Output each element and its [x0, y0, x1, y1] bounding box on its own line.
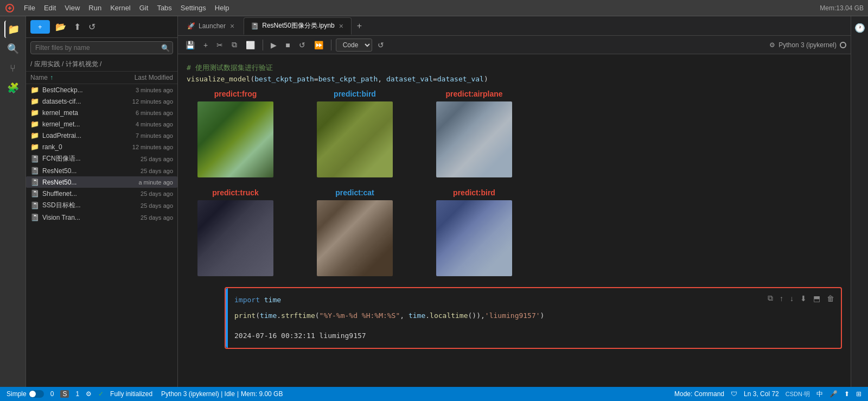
download-btn[interactable]: ⬇ [798, 292, 809, 304]
search-input[interactable] [30, 41, 173, 54]
file-name: Shufflenet... [42, 190, 113, 198]
folder-icon-btn[interactable]: 📂 [53, 20, 68, 34]
notebook-toolbar: 💾 + ✂ ⧉ ⬜ ▶ ■ ↺ ⏩ Code ↺ ⚙ Python 3 (ipy… [178, 36, 851, 54]
insert-btn[interactable]: ⬒ [811, 292, 822, 304]
fn-name: visualize_model [187, 75, 250, 83]
menu-help[interactable]: Help [210, 2, 234, 14]
list-item[interactable]: 📁 kernel_meta 6 minutes ago [26, 107, 177, 118]
logo [4, 3, 15, 14]
right-clock-icon[interactable]: 🕐 [852, 21, 867, 35]
new-button[interactable]: + + [30, 20, 50, 34]
tab-launcher[interactable]: 🚀 Launcher × [180, 17, 242, 35]
cut-button[interactable]: ✂ [213, 39, 226, 52]
stop-button[interactable]: ■ [282, 39, 293, 52]
file-icon: 📓 [30, 178, 39, 186]
list-item[interactable]: 📓 Vision Tran... 25 days ago [26, 212, 177, 223]
tab-notebook-close[interactable]: × [338, 22, 344, 30]
file-modified: 7 minutes ago [113, 132, 173, 139]
activity-extensions[interactable]: 🧩 [4, 79, 22, 97]
mic-icon[interactable]: 🎤 [829, 390, 838, 398]
status-bar: Simple 0 S 1 ⚙ ✓ Fully initialized Pytho… [0, 387, 868, 401]
lang-label: 中 [816, 390, 823, 399]
list-item[interactable]: 📁 LoadPretrai... 7 minutes ago [26, 130, 177, 141]
python-kernel-label: Python 3 (ipykernel) | Idle [161, 390, 235, 398]
tab-launcher-close[interactable]: × [229, 22, 235, 30]
run-button[interactable]: ▶ [267, 39, 280, 52]
watermark-text: CSDN·明 [786, 390, 810, 398]
one-badge: 1 [75, 390, 79, 398]
file-name: SSD目标检... [42, 201, 113, 210]
status-separator: | [237, 390, 239, 398]
file-name: FCN图像语... [42, 154, 113, 163]
check-icon: ✓ [98, 390, 104, 398]
menu-file[interactable]: File [20, 2, 40, 14]
add-cell-button[interactable]: + [200, 39, 211, 52]
kernel-circle [840, 42, 846, 48]
settings-icon[interactable]: ⚙ [86, 390, 92, 398]
kernel-info: ⚙ Python 3 (ipykernel) [769, 41, 846, 49]
list-item[interactable]: 📓 ResNet50... a minute ago [26, 176, 177, 188]
list-item[interactable]: 📓 ResNet50... 25 days ago [26, 165, 177, 176]
save-button[interactable]: 💾 [182, 39, 198, 52]
grid-icon[interactable]: ⊞ [856, 390, 861, 398]
menu-edit[interactable]: Edit [40, 2, 60, 14]
cell-container[interactable]: import time print(time.strftime("%Y-%m-%… [225, 287, 842, 349]
menu-kernel[interactable]: Kernel [106, 2, 135, 14]
file-name: Vision Tran... [42, 214, 113, 221]
list-item[interactable]: 📁 datasets-cif... 12 minutes ago [26, 96, 177, 107]
restart-run-button[interactable]: ⏩ [311, 39, 327, 52]
menu-tabs[interactable]: Tabs [152, 2, 176, 14]
separator-1 [263, 40, 263, 50]
file-name: BestCheckp... [42, 86, 113, 94]
file-modified: 25 days ago [113, 202, 173, 209]
list-item[interactable]: 📓 FCN图像语... 25 days ago [26, 152, 177, 165]
menu-settings[interactable]: Settings [176, 2, 210, 14]
activity-git[interactable]: ⑂ [4, 60, 22, 77]
list-item[interactable]: 📓 Shufflenet... 25 days ago [26, 188, 177, 199]
upload-status-icon: ⬆ [844, 390, 850, 398]
code-line: visualize_model(best_ckpt_path=best_ckpt… [187, 75, 842, 83]
tab-add-button[interactable]: + [353, 19, 366, 33]
simple-toggle[interactable] [29, 390, 44, 398]
refresh-icon-btn[interactable]: ↺ [86, 20, 98, 34]
upload-icon-btn[interactable]: ⬆ [72, 20, 83, 34]
file-icon: 📁 [30, 109, 39, 117]
code-block: import time print(time.strftime("%Y-%m-%… [234, 295, 832, 341]
move-down-btn[interactable]: ↓ [788, 292, 796, 304]
search-bar: 🔍 [30, 41, 173, 54]
file-modified: 6 minutes ago [113, 110, 173, 116]
image-cell: predict:bird [306, 90, 404, 177]
image-cell: predict:bird [425, 188, 523, 276]
memory-label: Mem:13.04 GB [820, 4, 864, 12]
menu-run[interactable]: Run [84, 2, 106, 14]
tab-notebook[interactable]: 📓 ResNet50图像分类.ipynb × [244, 17, 352, 35]
image-placeholder [436, 101, 512, 177]
list-item[interactable]: 📁 kernel_met... 4 minutes ago [26, 118, 177, 130]
file-list-header: Name ↑ Last Modified [26, 72, 177, 84]
tab-launcher-label: Launcher [199, 22, 226, 30]
file-icon: 📓 [30, 189, 39, 198]
list-item[interactable]: 📁 BestCheckp... 3 minutes ago [26, 84, 177, 96]
file-modified: 25 days ago [113, 214, 173, 221]
refresh-kernel-button[interactable]: ↺ [374, 39, 387, 52]
copy-cell-btn[interactable]: ⧉ [765, 292, 775, 304]
file-icon: 📓 [30, 155, 39, 163]
move-up-btn[interactable]: ↑ [777, 292, 786, 304]
file-icon: 📁 [30, 86, 39, 94]
restart-button[interactable]: ↺ [296, 39, 309, 52]
menu-git[interactable]: Git [135, 2, 153, 14]
activity-search[interactable]: 🔍 [4, 40, 22, 58]
zero-badge: 0 [50, 390, 54, 398]
file-icon: 📁 [30, 120, 39, 128]
status-left: Simple 0 S 1 ⚙ ✓ Fully initialized [7, 390, 152, 398]
list-item[interactable]: 📁 rank_0 12 minutes ago [26, 141, 177, 152]
list-item[interactable]: 📓 SSD目标检... 25 days ago [26, 199, 177, 212]
mode-label: Mode: Command [674, 390, 724, 398]
paste-button[interactable]: ⬜ [242, 39, 258, 52]
main-area: 📁 🔍 ⑂ 🧩 + + 📂 ⬆ ↺ 🔍 / 应用实践 / 计算机视觉 / [0, 16, 868, 387]
copy-button[interactable]: ⧉ [228, 38, 240, 52]
delete-btn[interactable]: 🗑 [825, 292, 837, 304]
menu-view[interactable]: View [60, 2, 84, 14]
activity-files[interactable]: 📁 [4, 21, 22, 38]
cell-type-select[interactable]: Code [336, 39, 372, 52]
